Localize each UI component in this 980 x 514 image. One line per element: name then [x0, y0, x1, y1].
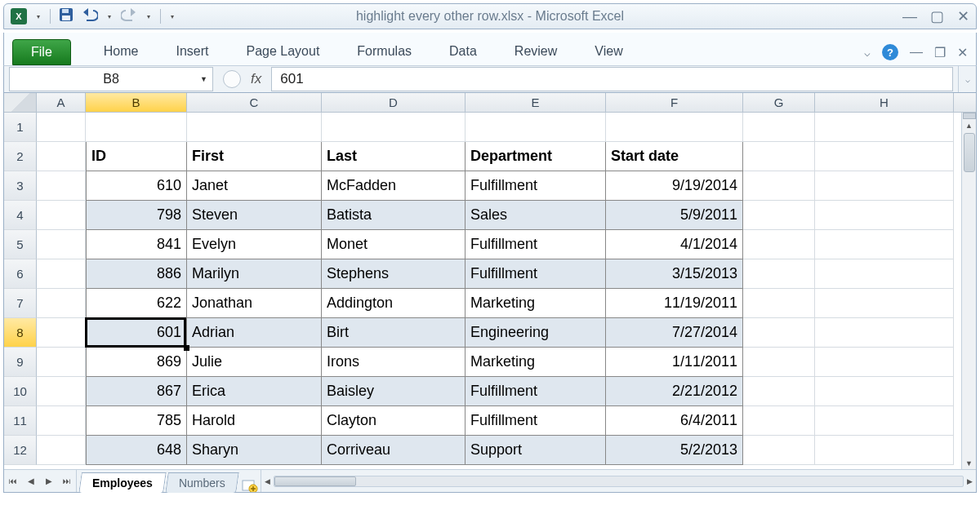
row-header[interactable]: 7	[4, 289, 37, 318]
cell[interactable]	[743, 377, 815, 406]
cell[interactable]: 1/11/2011	[606, 348, 743, 377]
cell[interactable]: Evelyn	[187, 230, 322, 259]
cancel-entry-icon[interactable]	[223, 70, 241, 88]
scroll-left-icon[interactable]: ◀	[265, 477, 270, 485]
cell[interactable]: Batista	[322, 201, 466, 230]
cell[interactable]	[815, 113, 954, 142]
cell[interactable]: Julie	[187, 348, 322, 377]
cell[interactable]: Marketing	[466, 348, 606, 377]
fill-handle[interactable]	[184, 345, 189, 351]
prev-sheet-icon[interactable]: ◀	[22, 476, 40, 485]
formula-bar-expand-icon[interactable]: ⌵	[958, 66, 976, 92]
horizontal-scrollbar[interactable]: ◀ ▶	[261, 470, 976, 492]
cell[interactable]	[815, 230, 954, 259]
row-header[interactable]: 9	[4, 348, 37, 377]
cell[interactable]: Irons	[322, 348, 466, 377]
cell[interactable]	[187, 113, 322, 142]
name-box[interactable]: B8 ▼	[9, 67, 213, 91]
minimize-icon[interactable]: —	[902, 9, 917, 24]
cell[interactable]: Baisley	[322, 377, 466, 406]
cell[interactable]: 867	[86, 377, 187, 406]
grid-rows[interactable]: 1 2 ID First Last Department Start date	[4, 113, 961, 469]
hscroll-thumb[interactable]	[274, 476, 356, 486]
cell[interactable]: Clayton	[322, 406, 466, 436]
cell[interactable]: Fulfillment	[466, 259, 606, 289]
formula-bar[interactable]: 601	[271, 67, 953, 91]
table-header[interactable]: ID	[86, 142, 187, 171]
cell[interactable]	[743, 259, 815, 289]
cell[interactable]: Marilyn	[187, 259, 322, 289]
vertical-scrollbar[interactable]: ▲ ▼	[961, 113, 976, 469]
doc-close-icon[interactable]: ✕	[957, 45, 968, 60]
cell[interactable]: Adrian	[187, 318, 322, 348]
tab-review[interactable]: Review	[514, 44, 557, 59]
sheet-nav-buttons[interactable]: ⏮ ◀ ▶ ⏭	[4, 470, 77, 492]
tab-view[interactable]: View	[595, 44, 622, 59]
row-header[interactable]: 5	[4, 230, 37, 259]
cell[interactable]: 622	[86, 289, 187, 318]
cell[interactable]	[743, 289, 815, 318]
cell[interactable]: 610	[86, 171, 187, 201]
cell[interactable]: 648	[86, 436, 187, 465]
col-header-F[interactable]: F	[606, 93, 743, 112]
cell[interactable]	[606, 113, 743, 142]
cell[interactable]: Support	[466, 436, 606, 465]
excel-icon[interactable]: X	[11, 8, 27, 24]
cell[interactable]: Harold	[187, 406, 322, 436]
cell[interactable]	[37, 201, 86, 230]
table-header[interactable]: Department	[466, 142, 606, 171]
qat-dropdown-icon[interactable]: ▾	[35, 13, 42, 20]
cell[interactable]: Fulfillment	[466, 230, 606, 259]
cell[interactable]: 785	[86, 406, 187, 436]
split-handle[interactable]	[963, 113, 976, 119]
save-icon[interactable]	[59, 7, 74, 25]
cell[interactable]	[743, 201, 815, 230]
cell[interactable]	[37, 113, 86, 142]
ribbon-minimize-icon[interactable]: ⌵	[864, 47, 871, 59]
cell[interactable]	[743, 230, 815, 259]
tab-data[interactable]: Data	[449, 44, 477, 59]
cell[interactable]	[37, 348, 86, 377]
cell[interactable]: Fulfillment	[466, 377, 606, 406]
cell[interactable]: Marketing	[466, 289, 606, 318]
cell[interactable]	[743, 436, 815, 465]
cell[interactable]	[466, 113, 606, 142]
next-sheet-icon[interactable]: ▶	[40, 476, 58, 485]
cell[interactable]	[37, 171, 86, 201]
cell[interactable]: Engineering	[466, 318, 606, 348]
scroll-thumb[interactable]	[964, 133, 975, 172]
scroll-up-icon[interactable]: ▲	[965, 120, 973, 131]
cell[interactable]	[815, 171, 954, 201]
cell[interactable]	[37, 406, 86, 436]
redo-icon[interactable]	[121, 8, 137, 24]
cell[interactable]: 5/9/2011	[606, 201, 743, 230]
table-header[interactable]: Last	[322, 142, 466, 171]
cell-selected[interactable]: 601	[86, 318, 187, 348]
row-header[interactable]: 11	[4, 406, 37, 436]
sheet-tab-numbers[interactable]: Numbers	[165, 472, 238, 493]
cell[interactable]: Stephens	[322, 259, 466, 289]
cell[interactable]	[743, 171, 815, 201]
maximize-icon[interactable]: ▢	[930, 9, 944, 24]
close-icon[interactable]: ✕	[957, 9, 969, 24]
cell[interactable]: 6/4/2011	[606, 406, 743, 436]
cell[interactable]: 5/2/2013	[606, 436, 743, 465]
tab-insert[interactable]: Insert	[176, 44, 208, 59]
cell[interactable]: McFadden	[322, 171, 466, 201]
help-icon[interactable]: ?	[882, 44, 898, 60]
cell[interactable]	[743, 113, 815, 142]
cell[interactable]: Jonathan	[187, 289, 322, 318]
cell[interactable]: 9/19/2014	[606, 171, 743, 201]
cell[interactable]: 869	[86, 348, 187, 377]
cell[interactable]: Sales	[466, 201, 606, 230]
row-header[interactable]: 10	[4, 377, 37, 406]
cell[interactable]	[322, 113, 466, 142]
cell[interactable]: 798	[86, 201, 187, 230]
cell[interactable]: 7/27/2014	[606, 318, 743, 348]
row-header[interactable]: 1	[4, 113, 37, 142]
col-header-D[interactable]: D	[322, 93, 466, 112]
scroll-down-icon[interactable]: ▼	[965, 458, 973, 469]
scroll-right-icon[interactable]: ▶	[967, 477, 973, 485]
cell[interactable]	[815, 348, 954, 377]
last-sheet-icon[interactable]: ⏭	[58, 476, 76, 485]
